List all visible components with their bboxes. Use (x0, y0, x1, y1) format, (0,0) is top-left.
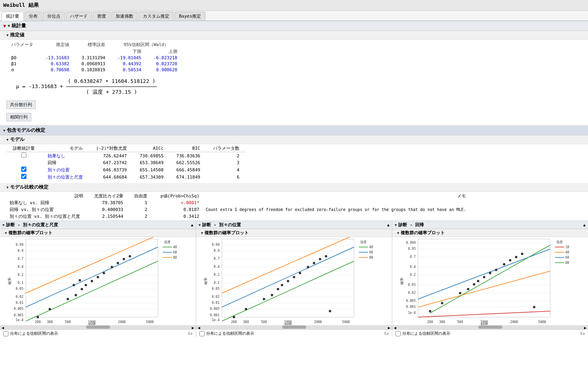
plot2-subheader: ▼ 複数群の確率プロット (196, 229, 392, 237)
params-table: パラメータ 推定値 標準誤差 95%信頼区間（Wald） 下側 上側 β0 -1… (6, 41, 182, 73)
svg-point-48 (79, 279, 81, 281)
svg-text:温度: 温度 (164, 240, 171, 244)
model-subheader: ▼ モデル (0, 135, 588, 144)
plot3-scroll-up[interactable]: ▲ (583, 223, 586, 227)
svg-point-103 (329, 310, 331, 312)
upper-header: 上側 (146, 48, 182, 55)
svg-text:0.05: 0.05 (408, 283, 415, 287)
svg-text:0.1: 0.1 (214, 281, 220, 285)
plot3-header: ▼ 診断 - 回帰 ▲ (392, 221, 588, 229)
svg-text:0.01: 0.01 (212, 301, 219, 305)
svg-point-146 (473, 283, 476, 285)
svg-point-42 (37, 316, 39, 318)
svg-rect-56 (222, 239, 354, 317)
svg-point-92 (277, 288, 279, 290)
correlation-btn[interactable]: 相関行列 (6, 113, 31, 121)
suiteichi-header: ▼ 推定値 (0, 31, 588, 40)
param-row-beta1: β1 0.63382 0.0968913 0.44392 0.823728 (6, 61, 182, 67)
model-label: モデル (10, 136, 24, 143)
svg-text:500: 500 (457, 320, 463, 324)
svg-text:温度: 温度 (556, 240, 563, 244)
model-test-header: ▼ 包含モデルの検定 (0, 125, 588, 135)
svg-text:300: 300 (243, 320, 249, 324)
svg-point-154 (509, 259, 512, 261)
svg-text:2000: 2000 (510, 320, 518, 324)
svg-text:確率: 確率 (400, 277, 404, 285)
svg-point-35 (75, 294, 77, 296)
comparison-row-0: 効果なし vs. 回帰 79.38705 1 <.0001* (6, 199, 469, 206)
svg-point-157 (533, 306, 536, 308)
svg-text:0.7: 0.7 (214, 257, 220, 261)
svg-text:80: 80 (369, 256, 373, 259)
tab-カスタム推定[interactable]: カスタム推定 (138, 12, 174, 20)
svg-point-43 (111, 266, 113, 268)
collapse-icon[interactable]: ▼ (3, 23, 6, 29)
svg-text:0.2: 0.2 (410, 273, 416, 277)
svg-text:0.05: 0.05 (16, 287, 23, 291)
svg-text:0.9: 0.9 (214, 249, 220, 253)
plot1-footer: 分布による信頼区間の表示 Ea (0, 330, 196, 337)
plot2-header: ▼ 診断 - 別々の位置 ▲ (196, 221, 392, 229)
plot2-scroll-up[interactable]: ▲ (387, 223, 389, 227)
svg-text:10: 10 (566, 245, 570, 249)
suiteichi-subsection: ▼ 推定値 パラメータ 推定値 標準誤差 95%信頼区間（Wald） 下側 上側 (0, 31, 588, 123)
plot1-scrollbar[interactable]: ◀ ▶ (0, 325, 196, 330)
svg-point-93 (281, 284, 283, 286)
plot-panel-3: ▼ 診断 - 回帰 ▲ ▼ 複数群の確率プロット (392, 221, 588, 337)
svg-point-45 (123, 258, 125, 260)
plot3-subheader: ▼ 複数群の確率プロット (392, 229, 588, 237)
svg-text:0.005: 0.005 (14, 307, 23, 311)
svg-text:0.01: 0.01 (16, 301, 23, 305)
svg-text:80: 80 (173, 256, 177, 259)
model-row-3: 別々の位置と尺度 644.68684 657.34309 674.11849 6 (6, 173, 246, 181)
tab-分布[interactable]: 分布 (24, 12, 42, 20)
plot-panel-1: ▼ 診断 - 別々の位置と尺度 ▲ ▼ 複数群の確率プロット (0, 221, 196, 337)
svg-point-38 (91, 280, 93, 282)
svg-text:40: 40 (369, 245, 373, 249)
svg-point-149 (489, 272, 492, 274)
svg-point-100 (313, 262, 315, 264)
tab-加速係数[interactable]: 加速係数 (111, 12, 138, 20)
svg-point-91 (271, 294, 273, 296)
svg-text:0.2: 0.2 (18, 273, 24, 277)
svg-point-98 (233, 316, 235, 318)
svg-text:0.99: 0.99 (212, 243, 219, 247)
covariance-btn[interactable]: 共分散行列 (6, 101, 36, 109)
tab-密度[interactable]: 密度 (93, 12, 110, 20)
plot3-ci-checkbox[interactable] (395, 331, 401, 336)
plot1-scroll-up[interactable]: ▲ (191, 223, 193, 227)
svg-point-36 (81, 288, 83, 290)
plot3-area: 0.999 0.95 0.7 0.4 0.2 0.05 0.02 0.005 0… (392, 237, 588, 325)
svg-text:300: 300 (47, 320, 53, 324)
svg-point-144 (459, 292, 462, 294)
svg-point-147 (477, 280, 480, 282)
svg-point-153 (503, 263, 506, 265)
tab-分位点[interactable]: 分位点 (43, 12, 65, 20)
plot3-scrollbar[interactable]: ◀ ▶ (392, 325, 588, 330)
param-row-beta0: β0 -13.31683 3.3131294 -19.81045 -6.8232… (6, 55, 182, 61)
svg-text:0.02: 0.02 (16, 295, 23, 299)
plot1-ci-checkbox[interactable] (3, 331, 8, 336)
svg-text:0.4: 0.4 (18, 265, 24, 269)
param-col-header: パラメータ (6, 41, 38, 48)
plot2-ci-checkbox[interactable] (199, 331, 205, 336)
param-row-sigma: σ 0.70698 0.1028819 0.50534 0.908628 (6, 67, 182, 73)
svg-text:0.95: 0.95 (408, 247, 415, 251)
tab-ハザード[interactable]: ハザード (66, 12, 92, 20)
svg-point-101 (319, 258, 321, 260)
svg-text:1e-4: 1e-4 (16, 318, 23, 322)
svg-text:2000: 2000 (314, 320, 322, 324)
svg-text:60: 60 (566, 256, 570, 259)
app-title: Weibull 結果 (3, 2, 39, 8)
plot2-scrollbar[interactable]: ◀ ▶ (196, 325, 392, 330)
svg-text:0.02: 0.02 (212, 295, 219, 299)
svg-rect-0 (26, 239, 158, 317)
model-row-0: 効果なし 726.62447 730.69855 736.83636 2 (6, 152, 246, 160)
svg-text:0.4: 0.4 (214, 265, 220, 269)
svg-text:確率: 確率 (8, 277, 12, 285)
svg-text:60: 60 (369, 251, 373, 254)
tab-Bayes推定[interactable]: Bayes推定 (175, 12, 205, 20)
svg-point-47 (73, 284, 75, 286)
svg-text:80: 80 (566, 261, 570, 265)
tab-統計量[interactable]: 統計量 (2, 12, 24, 21)
